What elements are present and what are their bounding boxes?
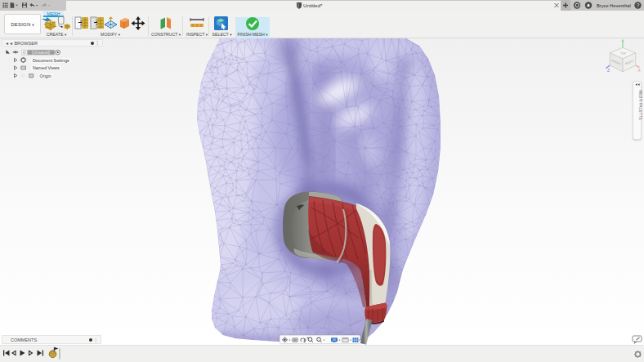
svg-text:X: X bbox=[638, 68, 642, 73]
svg-text:TOP: TOP bbox=[620, 51, 627, 56]
svg-text:?: ? bbox=[637, 2, 640, 8]
svg-text:(Unsaved): (Unsaved) bbox=[32, 51, 51, 55]
svg-text:MESH PALETTE: MESH PALETTE bbox=[638, 90, 642, 120]
svg-text:Z: Z bbox=[607, 68, 610, 73]
